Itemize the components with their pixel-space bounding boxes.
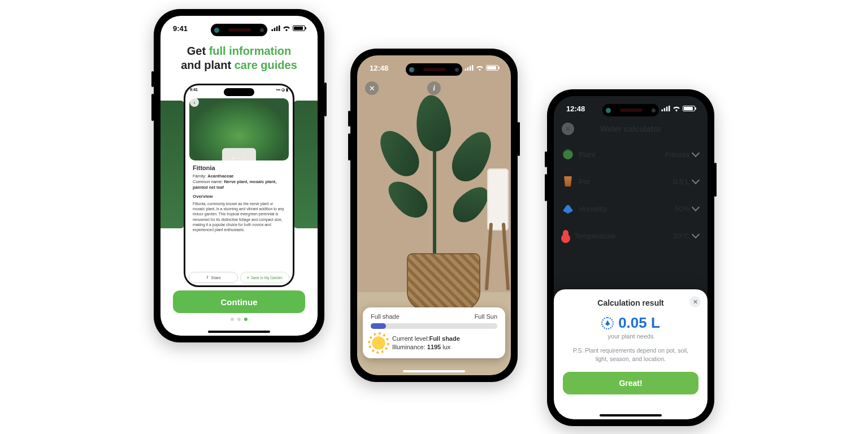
plant-family: Family: Acanthaceae — [193, 173, 285, 179]
close-button[interactable]: ✕ — [562, 123, 574, 135]
result-footnote: P.S. Plant requirements depend on pot, s… — [563, 346, 698, 363]
svg-rect-5 — [467, 67, 469, 71]
family-label: Family: — [193, 173, 207, 179]
sun-icon — [371, 335, 387, 351]
sheet-close-button[interactable]: ✕ — [689, 296, 701, 307]
status-time: 12:48 — [566, 105, 585, 113]
power-button — [714, 163, 717, 197]
plant-icon — [563, 149, 573, 159]
plant-hero-image — [189, 98, 289, 160]
result-bottom-sheet: ✕ Calculation result 0.05 L your plant n… — [554, 289, 708, 419]
result-amount-value: 0.05 L — [618, 314, 660, 332]
close-button[interactable]: ✕ — [365, 81, 379, 95]
wifi-icon — [283, 25, 290, 31]
background-plant-right — [294, 101, 318, 228]
wifi-icon — [476, 65, 484, 71]
status-icons — [271, 25, 305, 31]
power-button — [518, 122, 520, 156]
plant-common-name: Common name: Nerve plant, mosaic plant, … — [193, 179, 285, 190]
illuminance-unit: lux — [441, 344, 450, 350]
mini-notch — [224, 88, 254, 96]
row-pot[interactable]: Pot 0.5 L — [563, 173, 698, 190]
overview-heading: Overview — [193, 194, 285, 200]
volume-down-button — [151, 94, 154, 121]
save-label: Save to My Garden — [251, 276, 283, 280]
save-to-garden-button[interactable]: +Save to My Garden — [240, 272, 289, 283]
battery-icon — [293, 25, 305, 31]
volume-up-button — [151, 71, 154, 87]
svg-rect-4 — [465, 69, 467, 71]
headline-text: and plant — [181, 59, 234, 71]
row-temperature[interactable]: Temperature 20°C — [563, 227, 698, 244]
back-button[interactable]: ‹ — [190, 98, 199, 107]
pager-dot-active — [244, 318, 248, 321]
current-level-label: Current level: — [392, 335, 429, 342]
light-meter-card: Full shade Full Sun Current level:Full s… — [363, 307, 505, 358]
svg-rect-0 — [272, 29, 274, 31]
volume-up-button — [348, 111, 350, 127]
svg-rect-11 — [669, 106, 670, 111]
headline-emphasis: care guides — [235, 59, 297, 71]
phone-water-calculator: 12:48 ✕ Water calculator Plant Fittonia … — [547, 89, 714, 426]
svg-rect-10 — [666, 107, 668, 111]
scale-label-right: Full Sun — [475, 313, 497, 320]
home-indicator — [403, 370, 465, 372]
overview-text: Fittonia, commonly known as the nerve pl… — [193, 201, 285, 232]
mini-status-icons: ••• ◶ ▮ — [276, 88, 288, 92]
plant-title: Fittonia — [193, 164, 285, 172]
embedded-preview-phone: 9:41 ••• ◶ ▮ ‹ ● ○ ○ Fittonia Family: Ac… — [184, 84, 294, 287]
volume-down-button — [545, 174, 547, 201]
dynamic-island — [602, 104, 659, 116]
water-drop-icon — [601, 317, 614, 329]
plus-icon: + — [247, 276, 249, 280]
share-button[interactable]: ⇪Share — [189, 272, 238, 283]
background-plant-left — [160, 101, 184, 228]
wifi-icon — [672, 106, 680, 111]
svg-rect-1 — [274, 28, 276, 31]
result-title: Calculation result — [563, 298, 698, 307]
cellular-icon — [661, 106, 670, 111]
status-icons — [465, 65, 498, 71]
headline-text: Get — [187, 45, 209, 57]
row-plant[interactable]: Plant Fittonia — [563, 146, 698, 163]
svg-rect-3 — [279, 25, 280, 31]
continue-button[interactable]: Continue — [173, 290, 305, 313]
svg-rect-6 — [470, 66, 471, 71]
info-button[interactable]: i — [427, 81, 441, 95]
dynamic-island — [211, 24, 267, 36]
onboarding-pager — [160, 313, 318, 323]
volume-up-button — [545, 151, 547, 167]
row-label: Temperature — [574, 232, 615, 240]
current-level-value: Full shade — [429, 335, 459, 342]
great-button[interactable]: Great! — [563, 372, 698, 394]
cellular-icon — [271, 25, 280, 31]
pager-dot — [237, 318, 241, 321]
chevron-down-icon — [692, 231, 700, 238]
share-label: Share — [211, 276, 220, 280]
chevron-down-icon — [692, 203, 700, 211]
share-icon: ⇪ — [206, 275, 209, 280]
row-humidity[interactable]: Humidity 50% — [563, 200, 698, 217]
background-chair — [486, 168, 509, 281]
pager-dot — [231, 318, 234, 321]
svg-rect-7 — [472, 65, 474, 71]
home-indicator — [600, 414, 662, 416]
status-time: 9:41 — [173, 24, 188, 33]
onboarding-headline: Get full information and plant care guid… — [160, 44, 318, 72]
status-icons — [661, 106, 695, 111]
row-label: Plant — [579, 150, 596, 159]
common-label: Common name: — [193, 179, 224, 184]
great-label: Great! — [619, 379, 642, 388]
svg-rect-2 — [276, 27, 278, 31]
result-amount: 0.05 L — [563, 314, 698, 332]
row-value: 20°C — [673, 232, 689, 240]
light-reading-text: Current level:Full shade Illuminance: 11… — [392, 335, 460, 351]
battery-icon — [486, 65, 498, 71]
plant-photo — [374, 89, 487, 259]
headline-emphasis: full information — [209, 45, 292, 57]
power-button — [324, 83, 327, 116]
row-label: Humidity — [579, 205, 607, 213]
svg-rect-9 — [664, 108, 666, 111]
row-label: Pot — [579, 177, 590, 186]
row-value: 50% — [675, 205, 689, 213]
